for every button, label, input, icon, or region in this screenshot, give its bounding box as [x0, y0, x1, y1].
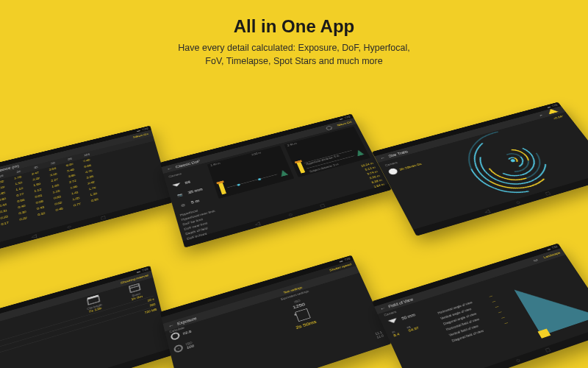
- aperture-icon[interactable]: ◯: [326, 125, 333, 130]
- equiv-focal-value: eq54.97: [406, 323, 420, 333]
- hyperfocal-cell[interactable]: 3.35: [81, 174, 98, 181]
- distance-value[interactable]: m8.4: [392, 330, 401, 338]
- hyperfocal-cell[interactable]: 2.22: [27, 175, 45, 183]
- timelapse-results: Shooting interval10 s Total frames360 To…: [0, 296, 157, 368]
- screen-title: Star Trails: [387, 149, 408, 158]
- star-play-icon[interactable]: [546, 107, 559, 114]
- screen-exposure: 7:00 Shutter speed ← Exposure Calculate …: [160, 255, 392, 368]
- shutter-header: Shutter speed: [162, 260, 356, 324]
- back-icon[interactable]: ←: [166, 166, 173, 171]
- angle-value: +0.64°: [553, 115, 564, 120]
- iso-readout: 1250: [292, 302, 306, 310]
- hyperfocal-focal-header: 141824355085105: [0, 135, 154, 190]
- hyperfocal-cell[interactable]: 0.17: [0, 219, 14, 227]
- fov-results-list: Horizontal angle of view—Vertical angle …: [437, 293, 509, 344]
- back-icon[interactable]: ←: [379, 155, 386, 161]
- nav-home-icon[interactable]: ○: [67, 224, 72, 230]
- camera-mode[interactable]: Nikon Dx: [133, 132, 148, 138]
- camera-label: Camera: [168, 172, 182, 178]
- iso-icon: [173, 344, 184, 353]
- hyperfocal-cell[interactable]: 2.47: [26, 170, 44, 177]
- nav-recent-icon[interactable]: □: [101, 215, 106, 221]
- camera-mode[interactable]: Nikon D4: [337, 121, 352, 127]
- back-icon[interactable]: ←: [168, 322, 174, 329]
- test-settings-header: Test settings: [230, 270, 354, 311]
- duration-control[interactable]: 2h 58min 0s: [387, 161, 423, 176]
- nav-back-icon[interactable]: ◁: [31, 233, 37, 239]
- screen-title: Hyperfocal distance (m): [0, 164, 19, 180]
- fov-diagram: [506, 257, 588, 339]
- aperture-icon: [170, 331, 180, 341]
- screen-title: Classic DoF: [175, 159, 200, 169]
- hyperfocal-cell[interactable]: 1.53: [10, 180, 27, 187]
- hyperfocal-cell[interactable]: 3.86: [62, 172, 80, 180]
- event-duration-card[interactable]: Event 1h 0m: [120, 280, 152, 303]
- hyperfocal-cell[interactable]: 2.42: [82, 179, 100, 186]
- hyperfocal-cell[interactable]: 5.40: [62, 167, 79, 174]
- camera-label: Camera: [384, 161, 398, 167]
- angle-icon: ⌐: [539, 113, 543, 117]
- svg-rect-1: [87, 294, 99, 299]
- hyperfocal-cell[interactable]: 1.59: [28, 181, 46, 188]
- mode-label: Shooting interval: [121, 274, 149, 285]
- clip-length-card[interactable]: Clip length 7s 13fr: [78, 291, 110, 316]
- hyperfocal-cell[interactable]: 1.32: [0, 178, 10, 185]
- svg-rect-2: [129, 283, 140, 292]
- screen-star-trails: 7:00 ← Star Trails ⌐ Camera 2h 58min 0s …: [372, 102, 588, 236]
- back-icon[interactable]: ←: [379, 305, 386, 312]
- hyperfocal-cell[interactable]: 6.66: [79, 163, 96, 169]
- hyperfocal-cell[interactable]: 6.00: [61, 161, 79, 168]
- hyperfocal-cell[interactable]: 1.70: [9, 174, 26, 181]
- hyperfocal-cell[interactable]: 2.72: [64, 178, 82, 185]
- hyperfocal-cell[interactable]: 3.18: [45, 171, 62, 178]
- screen-hyperfocal: 7:00 ← Hyperfocal distance (m) Nikon Dx …: [0, 126, 173, 260]
- screen-timelapse: 7:00 e.g. expo Shooting interval Clip le…: [0, 266, 173, 368]
- frame-icon[interactable]: ▭: [532, 258, 539, 263]
- svg-line-3: [129, 286, 139, 289]
- status-bar: 7:00: [0, 126, 151, 178]
- dof-hyperfocal-diagram: 2.46 m Hyperfocal distance: 5 m Subject …: [284, 127, 370, 177]
- hyperfocal-cell[interactable]: 7.40: [78, 157, 96, 163]
- screen-dof: 7:00 ← Classic DoF ◯ Nikon D4 Camera f/4…: [160, 114, 392, 248]
- hyperfocal-cell[interactable]: 3.53: [43, 166, 61, 173]
- hyperfocal-cell[interactable]: 4.76: [80, 168, 98, 175]
- screen-fov: 7:00 ← Field of View ▭ Landscape Camera …: [372, 244, 588, 368]
- calendar-icon[interactable]: [295, 308, 310, 322]
- svg-rect-0: [87, 297, 99, 305]
- hyperfocal-cell[interactable]: 2.27: [46, 177, 63, 184]
- screen-title: Field of View: [387, 297, 413, 308]
- camera-label: Camera: [384, 299, 431, 316]
- orientation-mode[interactable]: Landscape: [543, 251, 561, 259]
- star-trails-visualization: [423, 113, 588, 213]
- screen-title: Exposure: [177, 316, 198, 325]
- equivalent-header: Equivalent settings: [232, 275, 356, 316]
